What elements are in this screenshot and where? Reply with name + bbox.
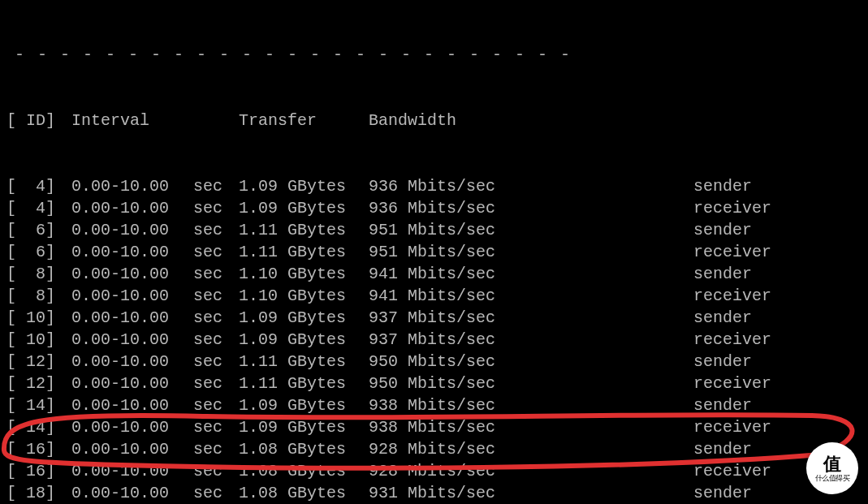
table-row: [ 10]0.00-10.00sec1.09 GBytes937 Mbits/s… <box>6 329 868 351</box>
row-unit: sec <box>193 175 239 197</box>
row-bandwidth: 936 Mbits/sec <box>369 175 572 197</box>
row-interval: 0.00-10.00 <box>57 175 193 197</box>
table-row: [ 4]0.00-10.00sec1.09 GBytes936 Mbits/se… <box>6 197 868 219</box>
row-interval: 0.00-10.00 <box>57 351 193 373</box>
table-row: [ 12]0.00-10.00sec1.11 GBytes950 Mbits/s… <box>6 351 868 373</box>
row-interval: 0.00-10.00 <box>57 241 193 263</box>
row-role: sender <box>572 175 752 197</box>
row-interval: 0.00-10.00 <box>57 438 193 460</box>
row-unit: sec <box>193 373 239 394</box>
row-role: sender <box>572 307 752 329</box>
row-id: [ 8] <box>6 263 57 285</box>
table-row: [ 6]0.00-10.00sec1.11 GBytes951 Mbits/se… <box>6 219 868 241</box>
row-transfer: 1.11 GBytes <box>239 373 369 394</box>
row-id: [ 4] <box>6 197 57 219</box>
row-id: [ 14] <box>6 416 57 438</box>
smzdm-watermark: 值 什么值得买 <box>806 442 858 494</box>
row-interval: 0.00-10.00 <box>57 329 193 351</box>
separator-line: - - - - - - - - - - - - - - - - - - - - … <box>6 44 868 66</box>
row-role: sender <box>572 394 752 416</box>
row-bandwidth: 951 Mbits/sec <box>369 219 572 241</box>
row-interval: 0.00-10.00 <box>57 219 193 241</box>
row-unit: sec <box>193 438 239 460</box>
row-role: receiver <box>572 241 771 263</box>
row-transfer: 1.09 GBytes <box>239 416 369 438</box>
table-row: [ 12]0.00-10.00sec1.11 GBytes950 Mbits/s… <box>6 373 868 394</box>
table-row: [ 4]0.00-10.00sec1.09 GBytes936 Mbits/se… <box>6 175 868 197</box>
row-id: [ 6] <box>6 219 57 241</box>
watermark-char: 值 <box>823 455 841 473</box>
row-bandwidth: 937 Mbits/sec <box>369 307 572 329</box>
terminal-output: - - - - - - - - - - - - - - - - - - - - … <box>0 0 868 504</box>
row-unit: sec <box>193 285 239 307</box>
row-id: [ 8] <box>6 285 57 307</box>
row-transfer: 1.08 GBytes <box>239 438 369 460</box>
row-interval: 0.00-10.00 <box>57 394 193 416</box>
row-role: sender <box>572 351 752 373</box>
row-bandwidth: 941 Mbits/sec <box>369 263 572 285</box>
row-unit: sec <box>193 394 239 416</box>
row-role: receiver <box>572 329 771 351</box>
table-row: [ 18]0.00-10.00sec1.08 GBytes931 Mbits/s… <box>6 482 868 504</box>
row-transfer: 1.08 GBytes <box>239 460 369 482</box>
row-transfer: 1.11 GBytes <box>239 351 369 373</box>
row-id: [ 10] <box>6 307 57 329</box>
watermark-text: 什么值得买 <box>815 475 850 482</box>
row-role: receiver <box>572 416 771 438</box>
row-bandwidth: 937 Mbits/sec <box>369 329 572 351</box>
row-role: receiver <box>572 460 771 482</box>
row-interval: 0.00-10.00 <box>57 263 193 285</box>
row-unit: sec <box>193 351 239 373</box>
row-transfer: 1.10 GBytes <box>239 285 369 307</box>
row-role: sender <box>572 219 752 241</box>
row-interval: 0.00-10.00 <box>57 416 193 438</box>
row-interval: 0.00-10.00 <box>57 307 193 329</box>
row-id: [ 12] <box>6 373 57 394</box>
row-role: receiver <box>572 197 771 219</box>
row-role: sender <box>572 263 752 285</box>
row-id: [ 16] <box>6 460 57 482</box>
hdr-interval: Interval <box>57 110 193 131</box>
row-unit: sec <box>193 219 239 241</box>
row-transfer: 1.09 GBytes <box>239 175 369 197</box>
row-role: receiver <box>572 373 771 394</box>
row-unit: sec <box>193 307 239 329</box>
row-interval: 0.00-10.00 <box>57 197 193 219</box>
row-interval: 0.00-10.00 <box>57 285 193 307</box>
table-row: [ 16]0.00-10.00sec1.08 GBytes928 Mbits/s… <box>6 438 868 460</box>
row-transfer: 1.09 GBytes <box>239 329 369 351</box>
row-unit: sec <box>193 460 239 482</box>
row-role: sender <box>572 482 752 504</box>
row-interval: 0.00-10.00 <box>57 460 193 482</box>
row-id: [ 18] <box>6 482 57 504</box>
hdr-id: ID <box>16 110 45 131</box>
row-unit: sec <box>193 197 239 219</box>
row-transfer: 1.09 GBytes <box>239 394 369 416</box>
row-bandwidth: 941 Mbits/sec <box>369 285 572 307</box>
hdr-bandwidth: Bandwidth <box>369 110 572 131</box>
row-id: [ 10] <box>6 329 57 351</box>
table-row: [ 14]0.00-10.00sec1.09 GBytes938 Mbits/s… <box>6 394 868 416</box>
row-id: [ 14] <box>6 394 57 416</box>
row-interval: 0.00-10.00 <box>57 482 193 504</box>
row-transfer: 1.11 GBytes <box>239 241 369 263</box>
row-bandwidth: 936 Mbits/sec <box>369 197 572 219</box>
row-bandwidth: 931 Mbits/sec <box>369 482 572 504</box>
row-bandwidth: 950 Mbits/sec <box>369 351 572 373</box>
row-unit: sec <box>193 416 239 438</box>
row-unit: sec <box>193 241 239 263</box>
row-bandwidth: 928 Mbits/sec <box>369 438 572 460</box>
row-unit: sec <box>193 329 239 351</box>
table-row: [ 8]0.00-10.00sec1.10 GBytes941 Mbits/se… <box>6 263 868 285</box>
row-id: [ 16] <box>6 438 57 460</box>
row-transfer: 1.08 GBytes <box>239 482 369 504</box>
table-row: [ 14]0.00-10.00sec1.09 GBytes938 Mbits/s… <box>6 416 868 438</box>
row-id: [ 12] <box>6 351 57 373</box>
table-row: [ 8]0.00-10.00sec1.10 GBytes941 Mbits/se… <box>6 285 868 307</box>
table-row: [ 6]0.00-10.00sec1.11 GBytes951 Mbits/se… <box>6 241 868 263</box>
row-bandwidth: 950 Mbits/sec <box>369 373 572 394</box>
row-bandwidth: 928 Mbits/sec <box>369 460 572 482</box>
row-bandwidth: 938 Mbits/sec <box>369 416 572 438</box>
header-row: [ ID]IntervalTransferBandwidth <box>6 110 868 131</box>
row-transfer: 1.09 GBytes <box>239 307 369 329</box>
